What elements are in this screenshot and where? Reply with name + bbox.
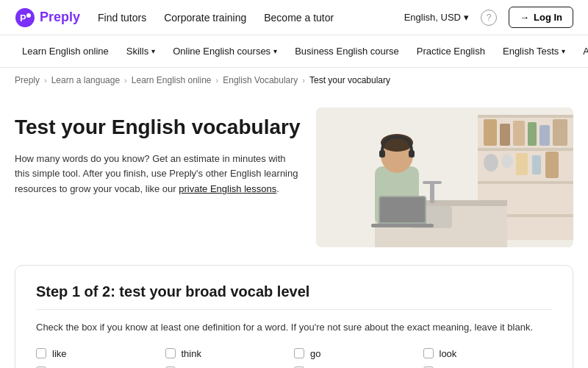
- breadcrumb-separator: ›: [216, 76, 219, 85]
- nav-become-tutor[interactable]: Become a tutor: [264, 12, 334, 24]
- top-navigation: P Preply Find tutors Corporate training …: [0, 0, 588, 35]
- breadcrumb-separator: ›: [124, 76, 127, 85]
- breadcrumb-preply[interactable]: Preply: [15, 75, 40, 85]
- quiz-word-grid: like think go look him here after: [36, 348, 552, 369]
- quiz-item-go: go: [294, 348, 423, 359]
- lang-label: English, USD: [404, 12, 461, 23]
- breadcrumb: Preply › Learn a language › Learn Englis…: [0, 68, 588, 93]
- svg-rect-5: [478, 115, 573, 118]
- breadcrumb-current: Test your vocabulary: [309, 75, 390, 85]
- svg-rect-9: [484, 119, 497, 146]
- svg-rect-10: [500, 124, 510, 146]
- top-nav-right: English, USD ▾ ? → Log In: [404, 7, 573, 28]
- breadcrumb-separator: ›: [44, 76, 47, 85]
- top-nav-left: P Preply Find tutors Corporate training …: [15, 7, 334, 28]
- chevron-down-icon: ▾: [464, 12, 469, 23]
- svg-rect-31: [380, 197, 425, 222]
- quiz-checkbox-like[interactable]: [36, 348, 46, 358]
- quiz-item-like: like: [36, 348, 165, 359]
- login-label: Log In: [534, 12, 562, 23]
- hero-image: [316, 107, 573, 247]
- sec-nav-english-tests[interactable]: English Tests ▾: [495, 35, 573, 68]
- sec-nav-learn-english[interactable]: Learn English online: [15, 35, 116, 68]
- quiz-word-like: like: [52, 348, 67, 359]
- logo[interactable]: P Preply: [15, 7, 80, 28]
- svg-rect-28: [379, 150, 385, 158]
- quiz-checkbox-think[interactable]: [165, 348, 176, 358]
- chevron-down-icon: ▾: [151, 47, 155, 55]
- sec-nav-online-courses[interactable]: Online English courses ▾: [165, 35, 284, 68]
- svg-rect-32: [371, 224, 434, 227]
- svg-rect-12: [528, 122, 537, 146]
- svg-rect-29: [409, 150, 415, 158]
- svg-text:P: P: [20, 13, 26, 24]
- quiz-item-look: look: [423, 348, 553, 359]
- sec-nav-skills[interactable]: Skills ▾: [119, 35, 162, 68]
- breadcrumb-english-vocabulary[interactable]: English Vocabulary: [223, 75, 298, 85]
- svg-rect-7: [478, 181, 573, 184]
- chevron-down-icon: ▾: [273, 47, 277, 55]
- sec-nav-practice-english[interactable]: Practice English: [409, 35, 492, 68]
- svg-rect-18: [532, 155, 541, 174]
- hero-section: Test your English vocabulary How many wo…: [0, 93, 588, 265]
- svg-point-2: [26, 13, 31, 18]
- quiz-divider: [36, 309, 552, 310]
- quiz-word-look: look: [440, 348, 457, 359]
- quiz-checkbox-go[interactable]: [294, 348, 304, 358]
- svg-rect-14: [553, 119, 567, 146]
- secondary-navigation: Learn English online Skills ▾ Online Eng…: [0, 35, 588, 68]
- login-icon: →: [520, 12, 529, 23]
- quiz-title: Step 1 of 2: test your broad vocab level: [36, 283, 552, 300]
- quiz-item-think: think: [165, 348, 295, 359]
- svg-rect-22: [430, 181, 434, 203]
- hero-title: Test your English vocabulary: [15, 115, 301, 140]
- hero-illustration: [316, 107, 573, 247]
- quiz-word-go: go: [310, 348, 320, 359]
- svg-rect-6: [478, 148, 573, 151]
- help-icon[interactable]: ?: [481, 10, 497, 26]
- chevron-down-icon: ▾: [562, 47, 565, 55]
- nav-corporate-training[interactable]: Corporate training: [164, 12, 246, 24]
- hero-description: How many words do you know? Get an estim…: [15, 152, 301, 197]
- logo-text: Preply: [40, 10, 80, 25]
- svg-rect-17: [516, 153, 528, 175]
- sec-nav-business-english[interactable]: Business English course: [287, 35, 406, 68]
- svg-point-16: [501, 154, 513, 169]
- nav-find-tutors[interactable]: Find tutors: [98, 12, 146, 24]
- svg-rect-23: [423, 181, 442, 184]
- quiz-instruction: Check the box if you know at least one d…: [36, 320, 552, 335]
- breadcrumb-learn-language[interactable]: Learn a language: [51, 75, 120, 85]
- breadcrumb-separator: ›: [302, 76, 305, 85]
- svg-rect-13: [539, 125, 550, 146]
- private-lessons-link[interactable]: private English lessons: [179, 183, 276, 194]
- svg-rect-11: [513, 121, 525, 146]
- quiz-card: Step 1 of 2: test your broad vocab level…: [15, 265, 573, 368]
- quiz-word-think: think: [182, 348, 201, 359]
- login-button[interactable]: → Log In: [509, 7, 573, 28]
- language-selector[interactable]: English, USD ▾: [404, 12, 469, 23]
- sec-nav-about-preply[interactable]: About Preply: [576, 35, 588, 68]
- breadcrumb-learn-english[interactable]: Learn English online: [132, 75, 212, 85]
- svg-rect-19: [545, 152, 559, 178]
- hero-content: Test your English vocabulary How many wo…: [15, 107, 301, 247]
- svg-point-15: [484, 154, 498, 171]
- preply-logo-icon: P: [15, 7, 35, 28]
- quiz-checkbox-look[interactable]: [423, 348, 434, 358]
